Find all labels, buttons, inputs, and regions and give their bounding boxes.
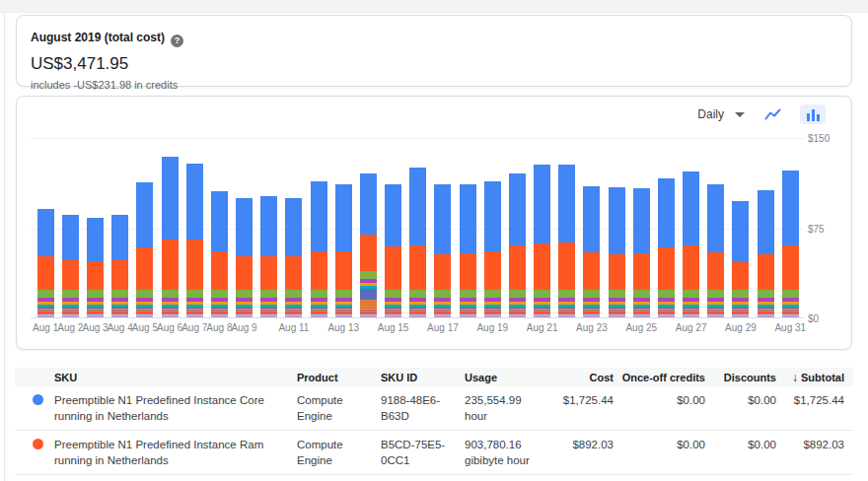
x-tick-label: Aug 7	[181, 322, 207, 333]
x-tick-label: Aug 31	[774, 322, 806, 333]
x-tick-label: Aug 29	[725, 322, 757, 333]
bar-segment	[111, 215, 128, 259]
bar-segment	[236, 290, 253, 298]
bar-aug-1[interactable]	[37, 209, 54, 317]
bar-segment	[311, 181, 327, 251]
column-header-subtotal[interactable]: ↓Subtotal	[780, 371, 853, 384]
x-tick-label: Aug 6	[157, 322, 182, 333]
x-tick-label: Aug 5	[132, 322, 158, 333]
bar-segment	[136, 182, 153, 247]
bar-aug-20[interactable]	[509, 173, 526, 317]
bar-aug-28[interactable]	[707, 184, 724, 317]
bar-aug-18[interactable]	[460, 184, 476, 317]
bar-aug-2[interactable]	[62, 215, 79, 317]
bar-aug-14[interactable]	[360, 173, 377, 317]
cell-sku-id: B5CD-75E5-0CC1	[379, 437, 463, 468]
x-tick-label: Aug 9	[231, 322, 256, 333]
bar-aug-13[interactable]	[335, 184, 352, 317]
column-header-sku-id[interactable]: SKU ID	[379, 372, 463, 383]
bar-aug-23[interactable]	[583, 186, 600, 317]
bar-aug-21[interactable]	[534, 165, 550, 317]
bar-aug-7[interactable]	[186, 164, 203, 317]
bar-aug-10[interactable]	[260, 196, 277, 317]
bar-segment	[186, 240, 203, 290]
table-row: N1 Predefined Instance Core running in E…	[15, 475, 853, 481]
line-chart-toggle-button[interactable]	[760, 104, 785, 124]
bar-segment	[460, 253, 476, 290]
column-header-discounts[interactable]: Discounts	[709, 372, 780, 383]
bar-segment	[509, 290, 526, 298]
column-header-usage[interactable]: Usage	[463, 372, 549, 383]
bar-aug-15[interactable]	[385, 184, 401, 317]
column-header-cost[interactable]: Cost	[549, 372, 617, 383]
bar-segment	[136, 247, 153, 290]
y-tick-75: $75	[808, 223, 825, 234]
bar-segment	[111, 260, 128, 290]
bar-aug-29[interactable]	[732, 201, 749, 317]
bar-segment	[683, 172, 699, 245]
bar-segment	[360, 271, 377, 279]
cell-sku-id: 9188-48E6-B63D	[379, 392, 463, 424]
sort-desc-icon: ↓	[792, 371, 798, 384]
bar-segment	[782, 245, 799, 290]
bar-aug-5[interactable]	[136, 182, 153, 317]
bar-segment	[558, 290, 575, 298]
bar-aug-17[interactable]	[434, 184, 451, 317]
bar-segment	[434, 254, 451, 290]
bar-aug-16[interactable]	[409, 168, 426, 317]
bar-aug-24[interactable]	[609, 187, 625, 317]
x-tick-label: Aug 15	[378, 322, 409, 333]
bar-segment	[633, 188, 650, 253]
bar-aug-6[interactable]	[162, 157, 179, 317]
bar-segment	[285, 290, 302, 298]
bar-segment	[62, 215, 79, 260]
bar-aug-27[interactable]	[683, 172, 699, 317]
bar-aug-3[interactable]	[87, 218, 104, 317]
bar-segment	[758, 190, 774, 254]
bar-aug-19[interactable]	[484, 181, 501, 317]
bar-segment	[707, 290, 724, 298]
sku-table-header: SKU Product SKU ID Usage Cost Once-off c…	[15, 368, 853, 386]
bar-segment	[385, 184, 401, 247]
bar-segment	[758, 290, 774, 298]
bar-aug-22[interactable]	[558, 165, 575, 317]
bar-segment	[683, 245, 699, 290]
column-header-once-off-credits[interactable]: Once-off credits	[617, 372, 709, 383]
bar-segment	[186, 164, 203, 240]
bar-aug-30[interactable]	[758, 190, 774, 317]
bar-segment	[211, 290, 228, 298]
bar-segment	[732, 290, 749, 298]
bar-segment	[385, 290, 401, 298]
bar-segment	[509, 173, 526, 246]
bar-segment	[37, 209, 54, 256]
column-header-sku[interactable]: SKU	[52, 372, 295, 383]
bar-segment	[658, 290, 675, 298]
bar-aug-9[interactable]	[236, 198, 253, 317]
total-cost-title: August 2019 (total cost)	[31, 31, 165, 44]
x-tick-label: Aug 8	[206, 322, 232, 333]
cell-product: Compute Engine	[295, 392, 379, 424]
x-tick-label: Aug 11	[278, 322, 309, 333]
column-header-product[interactable]: Product	[295, 372, 379, 383]
bar-chart-toggle-button[interactable]	[800, 104, 826, 124]
cell-subtotal: $1,725.44	[780, 392, 853, 424]
help-icon[interactable]: ?	[171, 34, 183, 47]
bar-segment	[335, 290, 352, 298]
x-tick-label: Aug 19	[476, 322, 508, 333]
bar-aug-26[interactable]	[658, 178, 675, 317]
bar-aug-8[interactable]	[211, 191, 228, 317]
bar-aug-12[interactable]	[311, 181, 327, 317]
bar-segment	[162, 240, 179, 290]
bar-aug-25[interactable]	[633, 188, 650, 317]
bar-segment	[658, 247, 675, 290]
bar-segment	[782, 171, 799, 245]
bar-aug-11[interactable]	[285, 198, 302, 317]
x-tick-label: Aug 2	[57, 322, 83, 333]
bar-segment	[484, 181, 501, 250]
bar-segment	[707, 252, 724, 290]
bar-aug-4[interactable]	[111, 215, 128, 317]
bar-segment	[509, 245, 526, 290]
table-row: Preemptible N1 Predefined Instance Ram r…	[15, 431, 853, 475]
interval-dropdown[interactable]: Daily	[697, 107, 745, 121]
bar-aug-31[interactable]	[782, 171, 799, 317]
